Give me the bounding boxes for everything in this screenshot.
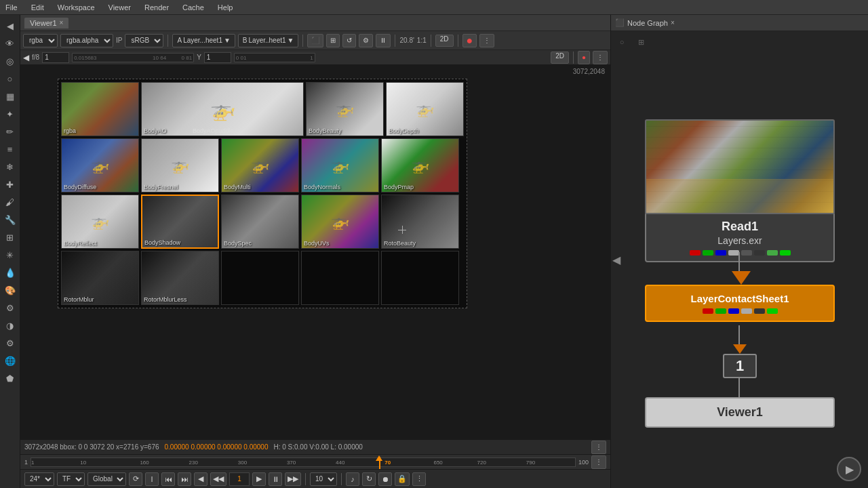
cell-bodyreflect[interactable]: 🚁 BodyReflect	[61, 195, 139, 249]
cell-rgba[interactable]: rgba	[61, 82, 139, 136]
sidebar-eyedropper-icon[interactable]: 💧	[2, 264, 18, 281]
node-tab-close[interactable]: ×	[671, 19, 675, 26]
cell-bodyao-wide[interactable]: 🚁 BodyAO BodyAOpuddle	[141, 82, 304, 136]
play-rev-btn[interactable]: ◀◀	[210, 472, 226, 486]
sidebar-transform-icon[interactable]: ⚙	[2, 300, 18, 316]
refresh-btn[interactable]: ↺	[342, 34, 356, 47]
colorspace-select[interactable]: sRGB	[125, 34, 163, 47]
cell-bodydiffuse[interactable]: 🚁 BodyDiffuse	[61, 138, 139, 192]
node-play-btn[interactable]: ▶	[837, 457, 861, 481]
layer-b-btn[interactable]: B Layer..heet1 ▼	[238, 34, 299, 47]
sidebar-snowflake-icon[interactable]: ❄	[2, 159, 18, 175]
cell-bodydepth[interactable]: 🚁 BodyDepth	[386, 82, 464, 136]
sidebar-target-icon[interactable]: ◎	[2, 53, 18, 69]
viewer-tab-close[interactable]: ×	[60, 19, 64, 26]
timeline-bar[interactable]: 1 1 10 160 230 300 370 440 70 650 720 79…	[20, 454, 610, 469]
mode-2d-btn[interactable]: 2D	[551, 52, 569, 64]
cell-bodyspec[interactable]: BodySpec	[221, 195, 299, 249]
pause-transport-btn[interactable]: ⏸	[269, 472, 282, 486]
sidebar-layers-icon[interactable]: ⊞	[2, 229, 18, 245]
menu-workspace[interactable]: Workspace	[55, 2, 98, 13]
sidebar-grid-icon[interactable]: ▦	[2, 88, 18, 104]
frame-field[interactable]	[229, 472, 250, 486]
sidebar-plus-icon[interactable]: ✚	[2, 176, 18, 192]
viewer-tab[interactable]: Viewer1 ×	[24, 18, 68, 28]
node-corner-icon-2[interactable]: ⊞	[633, 34, 649, 50]
menu-render[interactable]: Render	[142, 2, 172, 13]
fit-btn[interactable]: ⊞	[326, 34, 340, 47]
y-field[interactable]	[204, 52, 231, 63]
node-left-arrow[interactable]: ◀	[612, 253, 620, 266]
sidebar-stack-icon[interactable]: ≡	[2, 141, 18, 157]
ruler-color-btn[interactable]: ●	[578, 51, 590, 64]
alpha-select[interactable]: rgba.alpha	[60, 34, 113, 47]
menu-edit[interactable]: Edit	[28, 2, 47, 13]
mode-btn[interactable]: 2D	[435, 35, 454, 47]
sidebar-eye-icon[interactable]: 👁	[2, 35, 18, 52]
ruler-left-arrow[interactable]: ◀	[23, 53, 29, 62]
cell-bodyuvs[interactable]: 🚁 BodyUVs	[301, 195, 379, 249]
extra-btn[interactable]: ⋮	[479, 34, 494, 47]
global-select[interactable]: Global	[87, 472, 126, 486]
cell-bodynormals[interactable]: 🚁 BodyNormals	[301, 138, 379, 192]
fps-select[interactable]: 24*	[24, 472, 54, 486]
color-btn[interactable]: ●	[462, 34, 477, 47]
lock-btn[interactable]: 🔒	[395, 472, 410, 486]
next-frame-btn[interactable]: ▶▶	[285, 472, 301, 486]
timeline-extra-btn[interactable]: ⋮	[591, 455, 606, 469]
pause-btn[interactable]: ⏸	[376, 34, 391, 47]
prev-key-btn[interactable]: ⏭	[178, 472, 191, 486]
layer-a-btn[interactable]: A Layer...heet1 ▼	[172, 34, 235, 47]
capture-btn[interactable]: ⬛	[307, 34, 323, 47]
layercontact-node[interactable]: LayerContactSheet1	[645, 285, 835, 322]
sidebar-asterisk-icon[interactable]: ✳	[2, 247, 18, 263]
cell-rotormblur[interactable]: RotorMblur	[61, 251, 139, 305]
sidebar-gear-icon[interactable]: ⚙	[2, 335, 18, 351]
tf-select[interactable]: TF	[57, 472, 85, 486]
status-extra-btn[interactable]: ⋮	[591, 441, 606, 454]
sidebar-globe-icon[interactable]: 🌐	[2, 352, 18, 369]
cell-bodyshadow[interactable]: BodyShadow	[141, 195, 219, 249]
sidebar-cursor-icon[interactable]: ✦	[2, 106, 18, 122]
viewer-canvas[interactable]: 3072,2048 rgba 🚁 BodyAO BodyAOpuddle	[20, 65, 610, 439]
cell-bodyfresnel[interactable]: 🚁 BodyFresnel	[141, 138, 219, 192]
node-graph-tab[interactable]: ⬛ Node Graph ×	[615, 18, 675, 27]
sidebar-paint-icon[interactable]: 🎨	[2, 282, 18, 298]
ruler-extra-btn[interactable]: ⋮	[593, 51, 608, 64]
sidebar-mask-icon[interactable]: ◑	[2, 317, 18, 333]
sync-btn[interactable]: ⟳	[129, 472, 142, 486]
cell-rotormblurless[interactable]: RotorMblurLess	[141, 251, 219, 305]
record-btn[interactable]: ⏺	[378, 472, 392, 486]
sidebar-brush-icon[interactable]: 🖌	[2, 194, 18, 210]
menu-cache[interactable]: Cache	[180, 2, 207, 13]
play-btn[interactable]: ▶	[252, 472, 266, 486]
sidebar-circle-icon[interactable]: ○	[2, 70, 18, 87]
sidebar-wrench-icon[interactable]: 🔧	[2, 211, 18, 228]
cell-bodybeauty[interactable]: 🚁 BodyBeauty	[306, 82, 384, 136]
timeline-track[interactable]: 1 10 160 230 300 370 440 70 650 720 790	[31, 458, 576, 467]
sidebar-pencil-icon[interactable]: ✏	[2, 123, 18, 140]
read1-node[interactable]: Read1 Layers.exr	[645, 119, 835, 262]
audio-btn[interactable]: ♪	[346, 472, 359, 486]
heli-icon-beauty: 🚁	[336, 100, 354, 118]
sidebar-arrow-icon[interactable]: ◀	[2, 18, 18, 34]
cell-bodypmap[interactable]: 🚁 BodyPmap	[381, 138, 459, 192]
cell-rotobeauty[interactable]: RotoBeauty	[381, 195, 459, 249]
viewer1-node[interactable]: Viewer1	[645, 397, 835, 428]
i-btn[interactable]: I	[145, 472, 159, 486]
menu-file[interactable]: File	[3, 2, 20, 13]
cell-bodymulti[interactable]: 🚁 BodyMulti	[221, 138, 299, 192]
x-field[interactable]	[42, 52, 69, 63]
skip-start-btn[interactable]: ⏮	[161, 472, 175, 486]
menu-viewer[interactable]: Viewer	[106, 2, 134, 13]
sidebar-badge-icon[interactable]: ⬟	[2, 370, 18, 386]
step-select[interactable]: 10	[310, 472, 337, 486]
node-canvas[interactable]: ○ ⊞ Read1 Layers.exr	[611, 31, 868, 488]
extra-transport-btn[interactable]: ⋮	[412, 472, 426, 486]
node-corner-icon-1[interactable]: ○	[614, 34, 630, 50]
rgba-select[interactable]: rgba	[23, 34, 58, 47]
menu-help[interactable]: Help	[215, 2, 236, 13]
loop-btn[interactable]: ↻	[362, 472, 376, 486]
prev-frame-btn[interactable]: ◀	[194, 472, 208, 486]
settings-btn[interactable]: ⚙	[359, 34, 373, 47]
